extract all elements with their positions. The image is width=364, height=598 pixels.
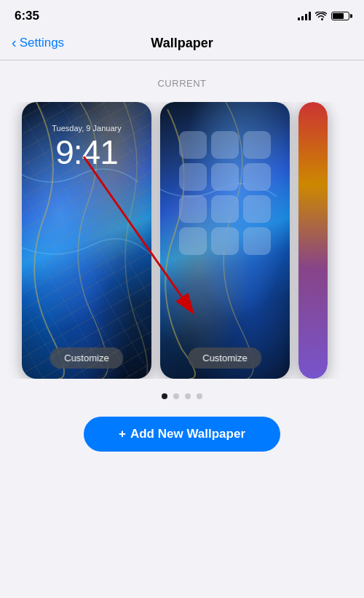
page-dot-2	[173, 393, 179, 399]
app-icon	[243, 195, 271, 223]
section-label: CURRENT	[0, 78, 364, 89]
signal-icon	[298, 12, 311, 20]
back-button[interactable]: ‹ Settings	[12, 35, 64, 51]
page-dot-4	[197, 393, 202, 399]
app-icon	[179, 163, 207, 191]
nav-bar: ‹ Settings Wallpaper	[0, 29, 364, 60]
back-label: Settings	[20, 36, 64, 50]
app-row-4	[167, 227, 282, 255]
wallpaper-strip: Tuesday, 9 January 9:41 Customize	[0, 102, 364, 379]
app-icon	[179, 131, 207, 159]
status-icons	[298, 12, 349, 20]
app-icon	[211, 195, 239, 223]
back-chevron-icon: ‹	[12, 34, 17, 51]
home-screen-background: Customize	[160, 102, 290, 379]
lock-screen-customize-button[interactable]: Customize	[50, 347, 123, 369]
app-icon	[179, 227, 207, 255]
page-dots	[0, 393, 364, 402]
app-row-3	[167, 195, 282, 223]
page-title: Wallpaper	[151, 36, 213, 51]
wifi-icon	[315, 12, 327, 20]
page-dot-1	[162, 393, 167, 399]
app-icon	[211, 163, 239, 191]
lock-date: Tuesday, 9 January	[22, 124, 151, 133]
partial-card-background	[298, 102, 328, 379]
status-bar: 6:35	[0, 0, 364, 29]
home-screen-card[interactable]: Customize	[160, 102, 290, 379]
add-wallpaper-label: Add New Wallpaper	[130, 427, 245, 441]
app-icon	[243, 131, 271, 159]
battery-icon	[331, 12, 349, 20]
add-wallpaper-plus: +	[119, 427, 126, 441]
status-time: 6:35	[15, 9, 39, 23]
app-row-2	[167, 163, 282, 191]
app-icon	[243, 227, 271, 255]
page-dot-3	[185, 393, 191, 399]
app-icon	[211, 227, 239, 255]
lock-time-display: Tuesday, 9 January 9:41	[22, 124, 151, 171]
lock-time: 9:41	[22, 134, 151, 171]
app-icon	[179, 195, 207, 223]
partial-wallpaper-card	[298, 102, 328, 379]
lock-screen-background: Tuesday, 9 January 9:41 Customize	[22, 102, 151, 379]
app-icon	[243, 163, 271, 191]
marble-overlay	[22, 102, 151, 379]
home-screen-customize-button[interactable]: Customize	[188, 347, 261, 369]
app-icon	[211, 131, 239, 159]
app-row-1	[167, 131, 282, 159]
main-content: CURRENT Tuesday, 9 January 9:41	[0, 60, 364, 452]
add-wallpaper-button[interactable]: + Add New Wallpaper	[84, 417, 280, 452]
lock-screen-card[interactable]: Tuesday, 9 January 9:41 Customize	[22, 102, 151, 379]
app-grid	[160, 124, 290, 262]
